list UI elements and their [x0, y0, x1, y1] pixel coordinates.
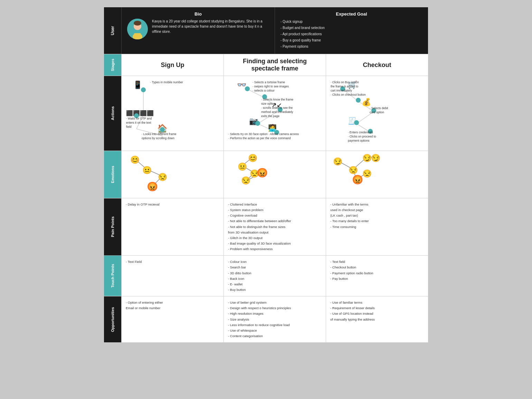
stages-row: Stages Sign Up Finding and selectingspec… — [104, 54, 428, 76]
finding-action1: · Selects a tortoise frame· swipes right… — [253, 80, 289, 93]
signup-action1: · Types in mobile number — [150, 80, 183, 85]
emotions-label: Emotions — [104, 151, 121, 198]
checkout-action3: · Enters credentials· Clicks on proceed … — [348, 131, 376, 143]
opportunities-row: Opportunities - Option of entering eithe… — [104, 296, 428, 342]
checkout-action-diagram: 🛒 · Clicks on Buy optionthe frame is add… — [329, 79, 425, 148]
signup-actions-cell: 📱 · Types in mobile number ⬛⬛⬛⬛ · Waits … — [121, 76, 224, 151]
checkout-opp-text: - Use of familiar terms - Requirement of… — [330, 301, 375, 321]
emoji-annoyed4: 😒 — [349, 166, 358, 175]
signup-opp-cell: - Option of entering either Email or mob… — [121, 296, 224, 342]
checkout-pain-cell: - Unfamiliar with the terms used in chec… — [326, 198, 428, 255]
stage-checkout: Checkout — [363, 61, 391, 69]
checkout-pain-text: - Unfamiliar with the terms used in chec… — [330, 202, 369, 229]
emoji-neutral: 😐 — [142, 166, 152, 175]
touch-points-row: Touch Points - Text Field - Colour icon … — [104, 255, 428, 296]
dot1 — [141, 87, 146, 92]
money-icon: 💰 — [362, 98, 371, 107]
finding-emotions-cell: 😊 😐 😒 😒 😡 — [224, 151, 326, 198]
signup-touch-text: - Text Field — [126, 260, 142, 264]
stage-finding: Finding and selectingspectacle frame — [243, 58, 307, 72]
emoji-annoyed: 😒 — [158, 173, 167, 182]
phone-icon: 📱 — [133, 80, 142, 89]
signup-touch-cell: - Text Field — [121, 256, 224, 296]
signup-action-diagram: 📱 · Types in mobile number ⬛⬛⬛⬛ · Waits … — [124, 79, 221, 148]
emoji-neutral4: 😏 — [362, 154, 372, 163]
svg-point-2 — [134, 21, 141, 26]
svg-rect-4 — [134, 33, 141, 37]
fdot1 — [245, 86, 250, 91]
dot3 — [160, 127, 165, 132]
touch-points-label: Touch Points — [104, 256, 121, 296]
signup-emotions-cell: 😊 😐 😒 😡 — [121, 151, 224, 198]
emoji-angry2: 😡 — [257, 168, 268, 178]
stage-checkout-cell: Checkout — [326, 54, 428, 76]
checkout-emotion-diagram: 😏 😒 😏 😏 😡 😒 — [329, 154, 425, 195]
checkout-action1: · Clicks on Buy optionthe frame is added… — [331, 80, 366, 97]
signup-pain-cell: - Delay in OTP recieval — [121, 198, 224, 255]
emoji-annoyed3: 😒 — [241, 176, 250, 185]
avatar — [127, 19, 148, 39]
checkout-touch-cell: - Text field - Checkout button - Payment… — [326, 256, 428, 296]
cdot2 — [356, 98, 361, 103]
finding-emotion-connector — [227, 154, 323, 195]
user-label: User — [104, 7, 121, 54]
emoji-angry: 😡 — [147, 181, 158, 192]
stages-label: Stages — [104, 54, 121, 76]
signup-action3: · Looks into different frameoptions by s… — [142, 132, 176, 141]
finding-action2: · Selects know the framesize option· scr… — [261, 98, 293, 118]
ux-journey-map: User Bio Kavya is — [104, 7, 428, 343]
stage-signup: Sign Up — [161, 61, 184, 69]
stage-finding-cell: Finding and selectingspectacle frame — [224, 54, 326, 76]
bio-title: Bio — [127, 11, 269, 17]
checkout-actions-cell: 🛒 · Clicks on Buy optionthe frame is add… — [326, 76, 428, 151]
fdot4 — [255, 121, 260, 126]
emotions-row: Emotions 😊 😐 😒 😡 😊 😐 😒 — [104, 151, 428, 198]
signup-pain-text: - Delay in OTP recieval — [126, 202, 160, 206]
finding-action3: · Selects try on 3D face option · Allows… — [228, 132, 299, 141]
signup-emotion-diagram: 😊 😐 😒 😡 — [124, 154, 221, 195]
finding-touch-text: - Colour icon - Search bar - 3D ditto bu… — [228, 260, 251, 292]
actions-row: Actions 📱 · Types in mobile number ⬛⬛⬛⬛ … — [104, 76, 428, 151]
opportunities-label: Opportunities — [104, 296, 121, 342]
goal-title: Expected Goal — [281, 11, 422, 17]
goal-text: - Quick signup - Budget and brand select… — [281, 19, 422, 50]
finding-pain-cell: - Cluttered Interface - System status pr… — [224, 198, 326, 255]
goal-section: Expected Goal - Quick signup - Budget an… — [275, 7, 428, 54]
checkout-touch-text: - Text field - Checkout button - Payment… — [330, 260, 373, 280]
emoji-annoyed5: 😒 — [362, 169, 372, 178]
finding-pain-text: - Cluttered Interface - System status pr… — [228, 202, 291, 251]
finding-action-diagram: 👓 · Selects a tortoise frame· swipes rig… — [227, 79, 323, 148]
signup-action2: · Waits for OTP andenters it on the text… — [126, 117, 152, 129]
emoji-neutral3: 😏 — [333, 157, 342, 166]
bio-text: Kavya is a 20 year old college student s… — [152, 19, 269, 34]
signup-opp-text: - Option of entering either Email or mob… — [126, 301, 163, 310]
actions-label: Actions — [104, 76, 121, 151]
emoji-angry3: 😡 — [352, 174, 363, 185]
checkout-action2: · Selects debitcard option — [370, 106, 388, 115]
otp-icon: ⬛⬛⬛⬛ — [126, 110, 154, 116]
checkout-emotions-cell: 😏 😒 😏 😏 😡 😒 — [326, 151, 428, 198]
finding-touch-cell: - Colour icon - Search bar - 3D ditto bu… — [224, 256, 326, 296]
emoji-happy2: 😊 — [248, 154, 257, 163]
header-row: User Bio Kavya is — [104, 7, 428, 54]
emoji-smile: 😏 — [371, 154, 380, 163]
finding-emotion-diagram: 😊 😐 😒 😒 😡 — [227, 154, 323, 195]
checkout-opp-cell: - Use of familiar terms - Requirement of… — [326, 296, 428, 342]
bio-section: Bio Kavya is a 20 year old c — [121, 7, 275, 54]
finding-actions-cell: 👓 · Selects a tortoise frame· swipes rig… — [224, 76, 326, 151]
pain-points-row: Pain Points - Delay in OTP recieval - Cl… — [104, 198, 428, 255]
finding-opp-text: - Use of better grid system - Design wit… — [228, 301, 291, 338]
cdot4 — [354, 120, 359, 125]
stage-signup-cell: Sign Up — [121, 54, 224, 76]
emoji-happy: 😊 — [130, 155, 140, 164]
emoji-neutral2: 😐 — [238, 162, 247, 171]
finding-opp-cell: - Use of better grid system - Design wit… — [224, 296, 326, 342]
pain-points-label: Pain Points — [104, 198, 121, 255]
